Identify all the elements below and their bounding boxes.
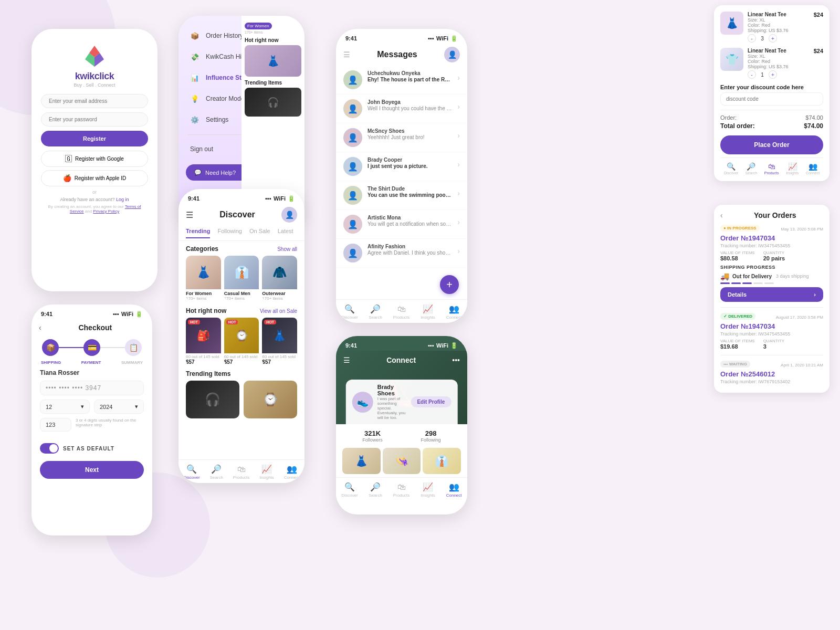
login-link[interactable]: Log in bbox=[116, 197, 129, 202]
message-item-2[interactable]: 👤 John Boyega Well I thought you could h… bbox=[336, 94, 467, 123]
cart-item-2-increase[interactable]: + bbox=[769, 70, 777, 79]
expire-year-select[interactable]: 2024 ▾ bbox=[94, 400, 144, 414]
connect-product-3: 👔 bbox=[423, 448, 461, 474]
connect-nav-discover[interactable]: 🔍 Discover bbox=[341, 482, 358, 498]
message-item-7[interactable]: 👤 Afinity Fashion Agree with Daniel. I t… bbox=[336, 239, 467, 268]
hot-item-2[interactable]: ⌚ HOT 60 out of 145 sold $57 bbox=[224, 318, 259, 365]
step-line-2 bbox=[100, 347, 125, 348]
order-1-date: May 13, 2020 5:08 PM bbox=[781, 227, 824, 232]
hamburger-messages-icon[interactable]: ☰ bbox=[343, 50, 350, 59]
checkout-phone: 9:41 ▪▪▪ WiFi 🔋 ‹ Checkout 📦 💳 📋 SHIPPIN… bbox=[32, 304, 152, 536]
password-input[interactable] bbox=[41, 112, 148, 127]
category-outerwear-label: Outerwear bbox=[262, 291, 297, 296]
connect-product-1: 👗 bbox=[342, 448, 381, 474]
register-google-button[interactable]: 🇬 Register with Google bbox=[41, 151, 148, 167]
nav-products[interactable]: 🛍 Products bbox=[233, 465, 250, 480]
view-all-sale[interactable]: View all on Sale bbox=[260, 308, 297, 314]
tab-latest[interactable]: Latest bbox=[278, 228, 293, 238]
hot-right-now-title: Hot right now bbox=[245, 37, 301, 43]
cart-item-2-decrease[interactable]: - bbox=[748, 70, 756, 79]
connect-nav-connect[interactable]: 👥 Connect bbox=[446, 482, 462, 498]
trending-card-1[interactable]: 🎧 bbox=[186, 381, 239, 418]
trending-card-2[interactable]: ⌚ bbox=[244, 381, 297, 418]
cart-item-1-decrease[interactable]: - bbox=[748, 34, 756, 43]
following-stat: 298 Following bbox=[421, 429, 441, 443]
email-input[interactable] bbox=[41, 94, 148, 108]
messages-status-bar: 9:41 ▪▪▪ WiFi 🔋 bbox=[336, 29, 467, 44]
msg-avatar-1: 👤 bbox=[343, 70, 362, 89]
order-2-status-badge: ✓ DELIVERED bbox=[720, 313, 755, 320]
msg-products-label: Products bbox=[393, 315, 410, 320]
following-count: 298 bbox=[421, 429, 441, 437]
profile-desc: I was part of something special. Eventua… bbox=[377, 396, 407, 420]
tab-on-sale[interactable]: On Sale bbox=[249, 228, 270, 238]
connect-wifi-icon: WiFi bbox=[436, 342, 448, 349]
compose-fab-button[interactable]: + bbox=[440, 275, 459, 294]
shipping-dot-4 bbox=[753, 282, 763, 284]
cart-discover-icon: 🔍 bbox=[727, 162, 736, 171]
place-order-button[interactable]: Place Order bbox=[720, 135, 823, 154]
message-item-3[interactable]: 👤 McSncy Shoes Yeehhhh! Just great bro! … bbox=[336, 123, 467, 152]
category-outerwear[interactable]: 🧥 Outerwear 170+ items bbox=[262, 256, 297, 301]
order-2-qty: 3 bbox=[763, 343, 784, 350]
edit-profile-button[interactable]: Edit Profile bbox=[411, 396, 451, 407]
msg-nav-search[interactable]: 🔎 Search bbox=[369, 304, 382, 320]
msg-nav-discover[interactable]: 🔍 Discover bbox=[341, 304, 358, 320]
checkout-signal: ▪▪▪ bbox=[113, 311, 119, 317]
cart-nav-search[interactable]: 🔎 Search bbox=[746, 162, 757, 175]
discover-nav-icon: 🔍 bbox=[186, 464, 197, 474]
delivered-icon: ✓ bbox=[723, 314, 727, 319]
hot-item-1[interactable]: 🎒 HOT 60 out of 145 sold $57 bbox=[186, 318, 221, 365]
connect-more-icon[interactable]: ••• bbox=[452, 356, 460, 364]
connect-phone: 9:41 ▪▪▪ WiFi 🔋 ☰ Connect ••• 👠 👟 Brady … bbox=[336, 336, 467, 514]
register-button[interactable]: Register bbox=[41, 131, 148, 146]
message-item-1[interactable]: 👤 Uchechukwu Onyeka Ehy! The house is pa… bbox=[336, 66, 467, 94]
register-apple-button[interactable]: 🍎 Register with Apple ID bbox=[41, 170, 148, 186]
message-item-4[interactable]: 👤 Brady Cooper I just sent you a picture… bbox=[336, 152, 467, 181]
checkout-back-button[interactable]: ‹ bbox=[39, 323, 41, 332]
message-item-5[interactable]: 👤 The Shirt Dude You can use the swimmin… bbox=[336, 181, 467, 210]
cart-nav-insights[interactable]: 📈 Insights bbox=[786, 162, 799, 175]
messages-avatar: 👤 bbox=[444, 47, 460, 62]
message-item-6[interactable]: 👤 Artistic Mona You will get a notificat… bbox=[336, 210, 467, 239]
discount-input[interactable] bbox=[720, 92, 823, 106]
hamburger-icon[interactable]: ☰ bbox=[186, 210, 193, 220]
default-toggle-switch[interactable] bbox=[40, 443, 59, 454]
kwikclick-logo-icon bbox=[81, 44, 108, 71]
order-1-details-button[interactable]: Details › bbox=[720, 287, 823, 302]
cart-nav-connect[interactable]: 👥 Connect bbox=[806, 162, 820, 175]
cart-item-1-increase[interactable]: + bbox=[769, 34, 777, 43]
orders-back-button[interactable]: ‹ bbox=[720, 211, 723, 219]
connect-menu-icon[interactable]: ☰ bbox=[343, 356, 350, 364]
nav-connect[interactable]: 👥 Connect bbox=[284, 464, 300, 480]
msg-nav-insights[interactable]: 📈 Insights bbox=[421, 304, 435, 320]
connect-nav-insights[interactable]: 📈 Insights bbox=[421, 482, 435, 498]
tab-trending[interactable]: Trending bbox=[186, 228, 210, 238]
hot-item-3[interactable]: 👗 HOT 60 out of 145 sold $57 bbox=[262, 318, 297, 365]
cart-nav-products[interactable]: 🛍 Products bbox=[764, 162, 779, 175]
msg-text-6: You will get a notification when somebod… bbox=[368, 221, 452, 227]
connect-nav-products[interactable]: 🛍 Products bbox=[393, 482, 410, 498]
messages-bottom-nav: 🔍 Discover 🔎 Search 🛍 Products 📈 Insight… bbox=[336, 299, 467, 323]
checkout-title: Checkout bbox=[46, 323, 145, 332]
tab-following[interactable]: Following bbox=[217, 228, 242, 238]
category-women[interactable]: 👗 For Women 170+ items bbox=[186, 256, 221, 301]
show-all-button[interactable]: Show all bbox=[277, 246, 297, 252]
cart-nav-discover[interactable]: 🔍 Discover bbox=[724, 162, 738, 175]
expire-month-select[interactable]: 12 ▾ bbox=[40, 400, 90, 414]
nav-insights[interactable]: 📈 Insights bbox=[259, 464, 274, 480]
category-men[interactable]: 👔 Casual Men 170+ items bbox=[224, 256, 259, 301]
msg-nav-products[interactable]: 🛍 Products bbox=[393, 304, 410, 320]
nav-discover[interactable]: 🔍 Discover bbox=[183, 464, 200, 480]
checkout-next-button[interactable]: Next bbox=[40, 461, 144, 479]
status-bar: 9:41 ▪▪▪ WiFi 🔋 bbox=[178, 189, 304, 204]
connect-nav-search[interactable]: 🔎 Search bbox=[369, 482, 382, 498]
already-account-text: Already have an account? Log in bbox=[41, 197, 148, 202]
checkout-status-bar: 9:41 ▪▪▪ WiFi 🔋 bbox=[32, 304, 152, 319]
msg-nav-connect[interactable]: 👥 Connect bbox=[446, 304, 462, 320]
con-connect-label: Connect bbox=[446, 493, 462, 498]
nav-search[interactable]: 🔎 Search bbox=[209, 464, 223, 480]
followers-label: Followers bbox=[362, 437, 383, 443]
cvv-input[interactable]: 123 bbox=[40, 418, 71, 432]
msg-text-7: Agree with Daniel. I think you should ad… bbox=[368, 250, 452, 256]
